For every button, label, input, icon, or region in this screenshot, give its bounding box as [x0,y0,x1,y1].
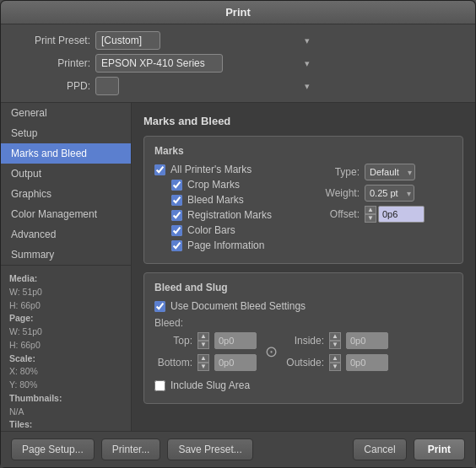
print-dialog: Print Print Preset: [Custom] Printer: EP… [0,0,476,468]
weight-select[interactable]: 0.25 pt [365,185,414,202]
scale-y: Y: 80% [9,379,122,392]
bottom-stepper-buttons: ▲ ▼ [197,354,209,371]
sidebar-item-summary[interactable]: Summary [1,245,131,265]
offset-label: Offset: [317,208,360,220]
top-input[interactable] [214,332,257,349]
registration-marks-checkbox[interactable] [171,210,182,221]
include-slug-row: Include Slug Area [154,379,452,391]
sidebar-item-advanced[interactable]: Advanced [1,224,131,245]
all-printers-marks-row: All Printer's Marks [154,164,309,175]
dialog-title: Print [225,6,251,19]
sidebar-item-setup[interactable]: Setup [1,123,131,143]
outside-field: Outside: ▲ ▼ [286,354,388,371]
marks-grid: All Printer's Marks Crop Marks Bleed Mar… [154,164,452,255]
top-increment-button[interactable]: ▲ [197,332,209,341]
bottom-input[interactable] [214,354,257,371]
printer-select-wrapper: EPSON XP-410 Series [95,54,315,73]
footer: Page Setup... Printer... Save Preset... … [1,431,475,467]
top-decrement-button[interactable]: ▼ [197,341,209,349]
marks-left: All Printer's Marks Crop Marks Bleed Mar… [154,164,309,255]
outside-input[interactable] [346,354,388,371]
scale-x: X: 80% [9,365,122,379]
outside-decrement-button[interactable]: ▼ [329,363,341,371]
bottom-field: Bottom: ▲ ▼ [154,354,257,371]
title-bar: Print [1,1,475,24]
offset-input[interactable] [378,206,425,223]
weight-row: Weight: 0.25 pt [317,185,452,202]
print-preset-select-wrapper: [Custom] [95,31,315,50]
color-bars-checkbox[interactable] [171,225,182,236]
section-title: Marks and Bleed [143,115,463,127]
bleed-left-col: Top: ▲ ▼ Bottom: ▲ ▼ [154,332,257,371]
use-doc-bleed-label: Use Document Bleed Settings [170,300,306,312]
type-label: Type: [317,166,360,178]
type-select[interactable]: Default [365,164,415,180]
inside-increment-button[interactable]: ▲ [329,332,341,341]
include-slug-checkbox[interactable] [154,380,165,391]
page-information-label: Page Information [187,239,264,251]
top-label: Top: [154,335,192,347]
sidebar-item-graphics[interactable]: Graphics [1,184,131,204]
sidebar-item-color-management[interactable]: Color Management [1,204,131,224]
ppd-select[interactable] [95,77,119,95]
printer-select[interactable]: EPSON XP-410 Series [95,54,223,73]
inside-decrement-button[interactable]: ▼ [329,341,341,349]
bleed-slug-title: Bleed and Slug [154,282,452,293]
type-row: Type: Default [317,164,452,180]
weight-label: Weight: [317,187,360,199]
registration-marks-row: Registration Marks [171,209,309,221]
sidebar-item-marks-and-bleed[interactable]: Marks and Bleed [1,143,131,164]
offset-row: Offset: ▲ ▼ [317,206,452,223]
marks-sub: Crop Marks Bleed Marks Registration Mark… [154,179,309,251]
sidebar-item-general[interactable]: General [1,103,131,123]
page-setup-button[interactable]: Page Setup... [11,438,95,460]
offset-increment-button[interactable]: ▲ [365,206,376,214]
ppd-select-wrapper [95,77,315,95]
bleed-marks-row: Bleed Marks [171,194,309,206]
bleed-right-col: Inside: ▲ ▼ Outside: ▲ ▼ [286,332,388,371]
bottom-decrement-button[interactable]: ▼ [197,363,209,371]
page-information-checkbox[interactable] [171,240,182,251]
outside-label: Outside: [286,357,324,368]
link-icon: ⊙ [265,342,278,361]
color-bars-label: Color Bars [187,224,235,236]
outside-increment-button[interactable]: ▲ [329,354,341,363]
crop-marks-label: Crop Marks [187,179,240,191]
marks-panel-title: Marks [154,145,452,157]
printer-label: Printer: [14,57,90,69]
sidebar-nav: General Setup Marks and Bleed Output Gra… [1,103,131,265]
page-h: H: 66p0 [9,339,122,352]
body-area: General Setup Marks and Bleed Output Gra… [1,103,475,431]
inside-input[interactable] [346,332,388,349]
cancel-button[interactable]: Cancel [353,438,406,460]
sidebar-item-output[interactable]: Output [1,164,131,184]
print-preset-select[interactable]: [Custom] [95,31,160,50]
top-field: Top: ▲ ▼ [154,332,257,349]
include-slug-label: Include Slug Area [170,379,250,391]
top-form: Print Preset: [Custom] Printer: EPSON XP… [1,24,475,103]
type-select-wrapper: Default [365,164,415,180]
bleed-marks-checkbox[interactable] [171,195,182,206]
save-preset-button[interactable]: Save Preset... [167,438,252,460]
bleed-fields: Top: ▲ ▼ Bottom: ▲ ▼ [154,332,452,371]
thumbnails-label: Thumbnails: [9,393,62,403]
offset-stepper: ▲ ▼ [365,206,425,223]
media-w: W: 51p0 [9,286,122,299]
all-printers-marks-checkbox[interactable] [154,164,165,175]
scale-label: Scale: [9,353,35,363]
offset-stepper-buttons: ▲ ▼ [365,206,376,223]
printer-button[interactable]: Printer... [101,438,161,460]
weight-select-wrapper: 0.25 pt [365,185,414,202]
outside-stepper-buttons: ▲ ▼ [329,354,341,371]
sidebar-info: Media: W: 51p0 H: 66p0 Page: W: 51p0 H: … [1,265,131,431]
offset-decrement-button[interactable]: ▼ [365,214,376,223]
registration-marks-label: Registration Marks [187,209,272,221]
crop-marks-checkbox[interactable] [171,180,182,191]
print-button[interactable]: Print [414,438,465,460]
bottom-increment-button[interactable]: ▲ [197,354,209,363]
use-doc-bleed-checkbox[interactable] [154,301,165,312]
thumbnails-value: N/A [9,406,122,419]
print-preset-label: Print Preset: [14,35,90,46]
printer-row: Printer: EPSON XP-410 Series [14,54,462,73]
bleed-marks-label: Bleed Marks [187,194,244,206]
